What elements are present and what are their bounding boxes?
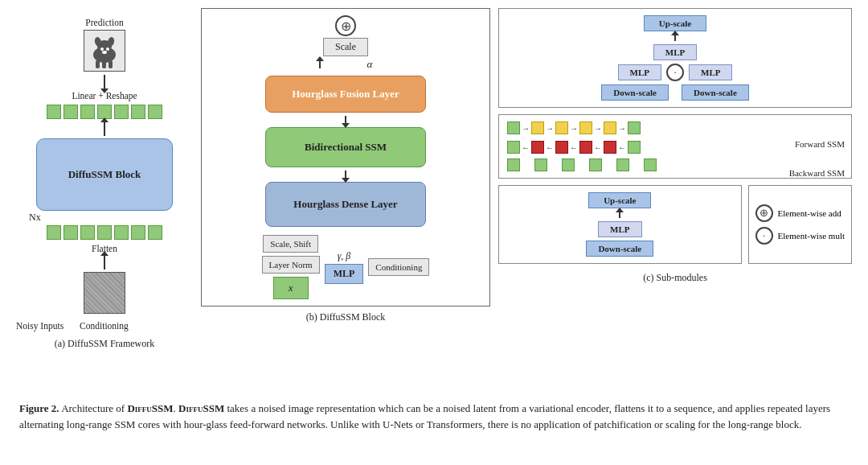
downscale-box-bot: Down-scale [586,241,653,257]
prediction-label: Prediction [85,18,123,27]
ssm-arrow: ← [594,143,602,152]
ssm-arrow: ← [546,143,554,152]
panel-a-label: (a) DiffuSSM Framework [55,338,154,350]
add-circle-legend: ⊕ [755,204,773,222]
panel-c-bot: Up-scale MLP Down-scale [498,185,742,264]
ssm-arrow: → [546,124,554,133]
scale-box: Scale [323,38,368,56]
ssm-red [579,141,592,154]
forward-ssm-row: → → → → → [507,121,843,134]
green-box [63,105,78,119]
ssm-green [644,158,657,171]
backward-ssm-label: Backward SSM [789,168,845,178]
ssm-arrow: → [570,124,578,133]
arrow-fusion-to-ssm [345,116,346,124]
green-box [80,225,95,240]
ssm-green [628,121,641,134]
legend-mult-text: Element-wise mult [778,231,845,241]
ssm-yellow [604,121,616,134]
mlp-box-left: MLP [618,64,661,80]
mlp-box-top: MLP [653,44,697,60]
caption-text: Architecture of DiffuSSM. DiffuSSM takes… [19,402,830,430]
panel-b: ⊕ Scale α Hourglass Fusion Layer Bidirec… [201,8,490,307]
arrow-scale-up [319,60,321,68]
ssm-red [531,141,544,154]
green-box [131,105,145,119]
panel-c-mid: Forward SSM Backward SSM → → → → → [498,114,852,179]
panel-c-top: Up-scale MLP MLP · MLP Down-scale Down-s… [498,8,852,108]
mlp-box-bot: MLP [598,221,641,237]
svg-point-5 [100,47,104,51]
legend-add: ⊕ Element-wise add [755,204,845,222]
ssm-red [604,141,616,154]
downscale-box-left: Down-scale [601,84,669,101]
panel-b-label: (b) DiffuSSM Block [306,311,385,323]
multiply-circle: · [666,64,684,81]
main-container: Prediction [0,0,868,440]
noisy-input-image [84,272,125,314]
upscale-box-top: Up-scale [644,15,706,31]
arrow-ssm-to-dense [345,171,346,179]
downscale-row-top: Down-scale Down-scale [601,84,749,101]
legend: ⊕ Element-wise add · Element-wise mult [748,185,852,264]
gamma-beta-label: γ, β [338,250,351,262]
panel-a: Prediction [16,8,193,332]
svg-rect-10 [108,60,113,68]
green-box [148,105,162,119]
mlp-row: MLP · MLP [618,64,733,81]
ssm-red [555,141,568,154]
ssm-arrow: → [594,124,602,133]
ssm-arrow: ← [522,143,530,152]
figure-number: Figure 2. [19,402,59,414]
plus-circle-add: ⊕ [335,15,356,36]
mlp-box-right: MLP [689,64,732,80]
conditioning-box: Conditioning [368,258,429,276]
ssm-arrow: → [522,124,530,133]
ssm-green [616,158,629,171]
ssm-green [507,121,520,134]
green-box [97,225,112,240]
hourglass-fusion-layer: Hourglass Fusion Layer [265,76,426,113]
green-box [63,225,78,240]
ssm-arrow: ← [570,143,578,152]
upscale-box-bot: Up-scale [588,192,651,208]
diffussm-block: DiffuSSM Block [36,138,173,211]
ssm-yellow [579,121,592,134]
ssm-yellow [531,121,544,134]
layer-norm-box: Layer Norm [262,256,320,274]
nx-label: Nx [29,212,41,224]
ssm-green [562,158,575,171]
arrow-to-diffussm [104,121,105,136]
input-tokens [47,225,162,240]
alpha-label: α [367,58,373,71]
green-box [80,105,95,119]
arrow-from-noisy [104,255,105,270]
noisy-inputs-label: Noisy Inputs [16,321,63,331]
ssm-green [589,158,602,171]
backward-ssm-row: ← ← ← ← ← [507,141,843,154]
panel-c: Up-scale MLP MLP · MLP Down-scale Down-s… [498,8,852,284]
bidirectional-ssm: Bidirectional SSM [265,127,426,167]
legend-add-text: Element-wise add [778,208,841,218]
legend-mult: · Element-wise mult [755,227,845,245]
ssm-green [628,141,641,154]
green-box [131,225,145,240]
x-box: x [273,277,309,299]
green-box [47,105,61,119]
downscale-box-right: Down-scale [682,84,749,101]
ssm-arrow: ← [618,143,626,152]
hourglass-dense-layer: Hourglass Dense Layer [265,182,426,227]
ssm-yellow [555,121,568,134]
svg-point-6 [106,47,109,51]
panel-c-bot-area: Up-scale MLP Down-scale ⊕ Element-wise a… [498,185,852,264]
scale-shift-box: Scale, Shift [263,235,318,253]
ssm-green [507,158,520,171]
svg-rect-8 [96,60,100,68]
forward-ssm-label: Forward SSM [795,139,845,149]
ssm-green [507,141,520,154]
green-box [114,105,129,119]
arrow-up-c [674,35,676,41]
arrow-up-bot [619,212,620,218]
diagram-area: Prediction [16,8,852,378]
green-box [47,225,61,240]
